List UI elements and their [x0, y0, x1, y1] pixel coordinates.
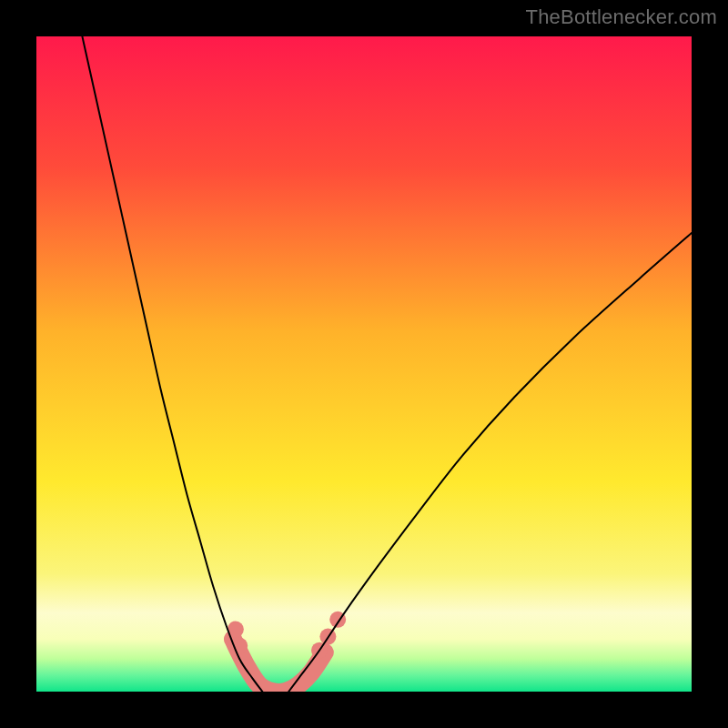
- bottleneck-chart: [36, 36, 692, 692]
- plot-area: [36, 36, 692, 692]
- watermark-text: TheBottlenecker.com: [526, 5, 717, 29]
- chart-frame: TheBottlenecker.com: [0, 0, 728, 728]
- gradient-background: [36, 36, 692, 692]
